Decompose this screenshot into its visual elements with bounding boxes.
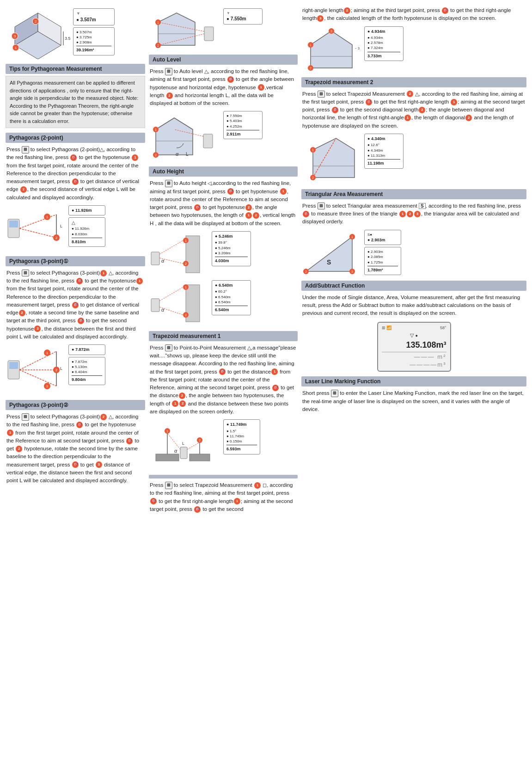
p2p-diagram: 1 2 α L ● 11.749m ● 1.5° ● 11.749m ● 0.1… bbox=[149, 419, 298, 470]
num-ah1: 1 bbox=[280, 188, 287, 195]
svg-line-25 bbox=[19, 370, 56, 386]
svg-text:L: L bbox=[182, 441, 184, 446]
num-ta2: 2 bbox=[407, 211, 413, 217]
auto-height-diagram-bottom: 1 2 α ● 6.540m ● 60.2° ● 6.540m ● 6.540m… bbox=[149, 280, 298, 326]
area-val: 39.196m² bbox=[76, 47, 111, 53]
column-1: 3 2 1 3.507m ▼ ● 3.507m ● 3.50 bbox=[4, 4, 147, 521]
device-m3-val: ————m³ bbox=[382, 361, 446, 368]
btn-ll: ⊞ bbox=[331, 390, 338, 397]
p2p-body: Press ⊞ to Point-to-Point Measurement △,… bbox=[149, 343, 298, 417]
num-p1: 1 bbox=[271, 368, 278, 375]
pythagoras-3pt2-header: Pythagoras (3-point)② bbox=[6, 400, 145, 410]
trapezoid1-svg: 1 3 2 ←3 bbox=[301, 26, 361, 73]
svg-rect-75 bbox=[180, 447, 187, 459]
num-c4: 3 bbox=[34, 325, 41, 332]
btn-al2: 🎯 bbox=[227, 76, 234, 83]
num-t1b: 1 bbox=[234, 498, 240, 504]
page: 3 2 1 3.507m ▼ ● 3.507m ● 3.50 bbox=[0, 0, 532, 524]
btn-ah2: 🎯 bbox=[227, 188, 234, 195]
svg-marker-84 bbox=[311, 31, 352, 68]
btn-m5: 🎯 bbox=[78, 318, 84, 324]
svg-text:2: 2 bbox=[310, 67, 312, 70]
num-c1: 1 bbox=[100, 270, 107, 276]
btn-measure: 🎯 bbox=[70, 154, 77, 161]
auto-height-body: Press ⊞ to Auto height ◁,according to th… bbox=[149, 178, 298, 228]
laser-line-section: Laser Line Marking Function Short press … bbox=[301, 376, 526, 414]
svg-text:2: 2 bbox=[155, 153, 157, 157]
svg-text:3: 3 bbox=[330, 30, 332, 33]
btn-c3t: 🎯 bbox=[442, 7, 448, 14]
svg-text:2: 2 bbox=[185, 313, 187, 317]
btn-m3: 🎯 bbox=[76, 278, 83, 284]
svg-marker-43 bbox=[156, 118, 193, 155]
auto-level-body: Press ⊞ to Auto level △, according to th… bbox=[149, 67, 298, 108]
btn-measure-2: 🎯 bbox=[72, 178, 79, 185]
trapezoid2-header: Trapezoid measurement 2 bbox=[301, 77, 526, 87]
triangular-area-section: Triangular Area Measurement Press ⊞ to s… bbox=[301, 189, 526, 276]
p2p-svg: 1 2 α L bbox=[149, 419, 220, 470]
auto-height-header: Auto Height bbox=[149, 166, 298, 177]
col2-top-svg: 1 2 bbox=[149, 8, 220, 50]
btn-ta2: 🎯 bbox=[303, 211, 309, 217]
svg-line-13 bbox=[19, 215, 56, 228]
btn-t2b: 🎯 bbox=[366, 99, 372, 105]
svg-text:1: 1 bbox=[166, 430, 168, 433]
trapezoid2-section: Trapezoid measurement 2 Press ⊞ to selec… bbox=[301, 77, 526, 184]
btn-t1b: 🎯 bbox=[150, 498, 157, 504]
auto-level-svg: 1 2 α L bbox=[149, 111, 220, 162]
device-main-val: 135.108m³ bbox=[382, 340, 446, 352]
pythagoras-2pt-diagram: 1 2 L ● 11.926m △ ● 11.926m ● 8.030m bbox=[6, 205, 145, 252]
pythagoras-3pt2-body: Press ⊞ to select Pythagoras (3-point)2 … bbox=[6, 412, 145, 485]
svg-text:L: L bbox=[60, 366, 62, 371]
col3-top-text: right-angle length2; aiming at the third… bbox=[301, 6, 526, 73]
svg-line-68 bbox=[159, 287, 183, 301]
p2p-header: Trapezoid measurement 1 bbox=[149, 331, 298, 341]
svg-text:α: α bbox=[161, 258, 165, 264]
pythagoras-3pt1-screens: ● 7.872m ● 7.872m ● 5.130m ● 6.404m 9.80… bbox=[68, 344, 105, 385]
btn-t2c: 🎯 bbox=[332, 107, 338, 113]
auto-height-top-svg: 1 2 α bbox=[149, 231, 209, 277]
btn-p2p2: 🎯 bbox=[219, 368, 226, 375]
btn-icon-2: ⊞ bbox=[22, 270, 29, 277]
btn-ah: ⊞ bbox=[165, 180, 172, 187]
add-subtract-device: ⊞ 📶 58° ▽ ● 135.108m³ ——— m² ————m³ bbox=[377, 322, 451, 372]
pythagoras-2pt-screens: ● 11.926m △ ● 11.926m ● 8.030m 8.810m bbox=[68, 205, 105, 247]
svg-text:2: 2 bbox=[157, 44, 159, 47]
add-subtract-header: Add/Subtract Function bbox=[301, 281, 526, 291]
btn-t1c: 🎯 bbox=[194, 506, 201, 513]
svg-text:3: 3 bbox=[351, 270, 353, 273]
trapezoid1-screen: ● 4.934m ● 4.934m ● 2.578m ● 7.324m 3.73… bbox=[364, 26, 404, 61]
tips-body: All Pythagoras measurement can be applie… bbox=[6, 76, 145, 128]
trapezoid2-diagram: 2 1 ● 4.340m ● 12.6° ● 4.340m ● 11.313m … bbox=[301, 134, 526, 184]
triangular-area-header: Triangular Area Measurement bbox=[301, 189, 526, 199]
col2-top-diagram: 1 2 ▼ ● 7.550m bbox=[149, 8, 298, 50]
svg-text:2: 2 bbox=[55, 236, 58, 240]
pythagoras-3pt1-body: Press ⊞ to select Pythagoras (3-point)1 … bbox=[6, 268, 145, 342]
svg-rect-49 bbox=[203, 134, 213, 148]
num-t2e: 2 bbox=[465, 115, 472, 121]
svg-text:α: α bbox=[161, 307, 165, 313]
auto-level-diagram: 1 2 α L ● 7.550m ● 5.403m ● 4.252m bbox=[149, 111, 298, 162]
trapezoid1-header bbox=[149, 475, 298, 479]
num-c3t3: 3 bbox=[317, 15, 324, 22]
btn-t1: ⊞ bbox=[165, 482, 172, 489]
num-t1a: 1 bbox=[254, 482, 261, 489]
trapezoid2-svg: 2 1 bbox=[301, 134, 361, 184]
auto-height-screen-bottom: ● 6.540m ● 60.2° ● 6.540m ● 6.540m 6.540… bbox=[212, 280, 251, 315]
btn-ah3: 🎯 bbox=[194, 204, 201, 211]
svg-text:2: 2 bbox=[185, 262, 187, 265]
pythagoras-3pt1-svg: 1 2 3 L bbox=[6, 344, 66, 395]
screen-display-col1-top: ▼ ● 3.507m ● 3.507m ● 3.725m ● 2.908m 39… bbox=[73, 8, 115, 55]
p2p-section: Trapezoid measurement 1 Press ⊞ to Point… bbox=[149, 331, 298, 470]
num-ah2: 2 bbox=[245, 204, 252, 211]
btn-al: ⊞ bbox=[165, 68, 172, 75]
pythagoras-2pt-header: Pythagoras (2-point) bbox=[6, 133, 145, 143]
svg-rect-74 bbox=[190, 454, 210, 461]
num-p4: 2 bbox=[179, 400, 186, 407]
svg-text:1: 1 bbox=[310, 43, 312, 47]
svg-line-59 bbox=[159, 240, 183, 254]
svg-line-23 bbox=[19, 351, 56, 370]
svg-text:1: 1 bbox=[312, 148, 314, 152]
col1-top-image-block: 3 2 1 3.507m ▼ ● 3.507m ● 3.50 bbox=[6, 8, 145, 59]
btn-icon-3: ⊞ bbox=[22, 413, 29, 421]
